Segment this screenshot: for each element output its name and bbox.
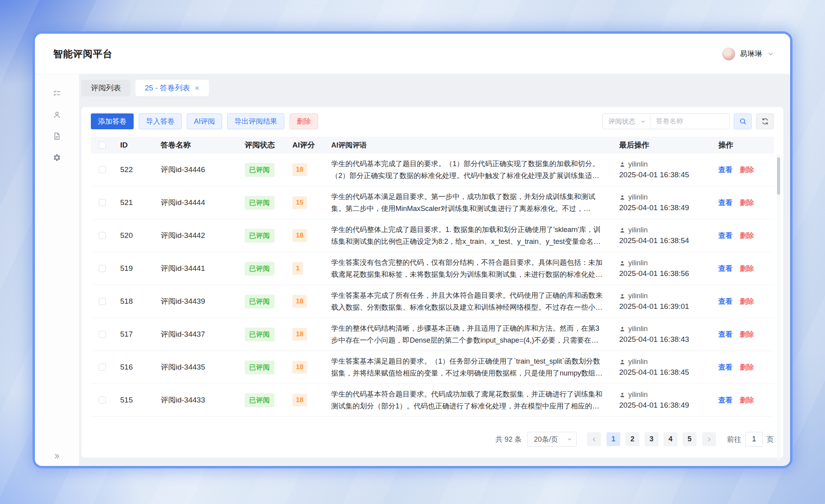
view-link[interactable]: 查看 (718, 165, 733, 174)
score-badge: 18 (292, 394, 307, 406)
delete-link[interactable]: 删除 (740, 297, 754, 306)
view-link[interactable]: 查看 (718, 198, 733, 207)
operation-time: 2025-04-01 16:38:54 (619, 236, 689, 245)
user-name: 易琳琳 (740, 49, 762, 59)
add-answer-button[interactable]: 添加答卷 (91, 113, 134, 129)
sidebar-item-review-list[interactable] (53, 89, 61, 98)
delete-link[interactable]: 删除 (740, 198, 754, 207)
settings-icon (53, 153, 61, 162)
header-last-op: 最后操作 (619, 140, 718, 150)
operation-time: 2025-04-01 16:38:45 (619, 171, 689, 179)
last-operation: yilinlin 2025-04-01 16:38:45 (619, 358, 718, 377)
view-link[interactable]: 查看 (718, 231, 733, 240)
delete-link[interactable]: 删除 (740, 264, 754, 273)
delete-link[interactable]: 删除 (740, 330, 754, 339)
ai-review-button[interactable]: AI评阅 (187, 113, 222, 129)
avatar[interactable] (722, 48, 735, 60)
row-checkbox[interactable] (99, 232, 106, 239)
sidebar-item-settings[interactable] (53, 153, 61, 162)
page-size-select[interactable]: 20条/页 (527, 432, 577, 447)
operator-name: yilinlin (628, 391, 648, 399)
view-link[interactable]: 查看 (718, 362, 733, 372)
last-operation: yilinlin 2025-04-01 16:38:54 (619, 226, 718, 245)
search-button[interactable] (734, 113, 752, 129)
page-button-3[interactable]: 3 (645, 432, 658, 446)
row-checkbox[interactable] (99, 331, 106, 338)
user-icon (619, 260, 625, 266)
row-checkbox[interactable] (99, 397, 106, 404)
header-status: 评阅状态 (234, 140, 282, 150)
score-badge: 18 (292, 328, 307, 341)
review-status-select[interactable]: 评阅状态 (603, 114, 650, 129)
row-name: 评阅id-34442 (150, 230, 234, 241)
row-checkbox[interactable] (99, 199, 106, 206)
status-badge: 已评阅 (245, 163, 274, 177)
user-icon (619, 161, 625, 168)
export-results-button[interactable]: 导出评阅结果 (227, 113, 284, 129)
refresh-icon (761, 117, 769, 125)
table-scrollbar (777, 154, 780, 460)
refresh-button[interactable] (756, 113, 774, 129)
row-checkbox[interactable] (99, 298, 106, 305)
answer-name-input[interactable] (650, 114, 729, 129)
status-badge: 已评阅 (245, 328, 274, 341)
chevron-left-icon (591, 437, 597, 442)
row-checkbox[interactable] (99, 265, 106, 272)
scrollbar-thumb[interactable] (777, 157, 780, 195)
view-link[interactable]: 查看 (718, 395, 733, 405)
operation-time: 2025-04-01 16:38:43 (619, 335, 689, 344)
content-card: 添加答卷 导入答卷 AI评阅 导出评阅结果 删除 评阅状态 (81, 107, 783, 458)
import-answer-button[interactable]: 导入答卷 (139, 113, 182, 129)
delete-link[interactable]: 删除 (740, 362, 754, 372)
tab-answer-sheet-list[interactable]: 25 - 答卷列表 × (135, 80, 209, 96)
sidebar-item-documents[interactable] (53, 132, 61, 140)
goto-unit-label: 页 (767, 435, 774, 444)
delete-link[interactable]: 删除 (740, 395, 754, 405)
row-name: 评阅id-34446 (150, 165, 234, 175)
operation-time: 2025-04-01 16:38:49 (619, 401, 689, 410)
header-score: AI评分 (282, 140, 326, 150)
row-comment: 学生的代码基本完成了题目的要求。（1）部分代码正确实现了数据集的加载和切分。（2… (326, 158, 619, 182)
delete-link[interactable]: 删除 (740, 165, 754, 174)
view-link[interactable]: 查看 (718, 264, 733, 273)
total-count: 共 92 条 (495, 435, 522, 444)
status-badge: 已评阅 (245, 295, 274, 309)
delete-button[interactable]: 删除 (290, 113, 318, 129)
table-row: 521 评阅id-34444 已评阅 15 学生的代码基本满足题目要求。第一步中… (91, 186, 774, 219)
page-button-5[interactable]: 5 (683, 432, 696, 446)
user-menu[interactable]: 易琳琳 (722, 48, 774, 60)
tab-review-list[interactable]: 评阅列表 (81, 80, 130, 96)
sidebar-item-users[interactable] (53, 111, 61, 119)
row-id: 517 (114, 330, 150, 339)
score-badge: 18 (292, 295, 307, 308)
row-checkbox[interactable] (99, 364, 106, 371)
last-operation: yilinlin 2025-04-01 16:39:01 (619, 292, 718, 311)
document-icon (53, 132, 61, 140)
delete-link[interactable]: 删除 (740, 231, 754, 240)
page-button-2[interactable]: 2 (625, 432, 639, 446)
double-chevron-right-icon (53, 452, 61, 460)
user-icon (619, 392, 625, 398)
row-id: 519 (114, 264, 150, 273)
row-comment: 学生的整体代码结构清晰，步骤基本正确，并且适用了正确的库和方法。然而，在第3步中… (326, 322, 619, 346)
row-checkbox[interactable] (99, 166, 106, 173)
status-badge: 已评阅 (245, 393, 274, 407)
table-row: 522 评阅id-34446 已评阅 18 学生的代码基本完成了题目的要求。（1… (91, 153, 774, 186)
status-badge: 已评阅 (245, 360, 274, 374)
user-icon (619, 194, 625, 201)
close-icon[interactable]: × (195, 84, 200, 92)
prev-page-button[interactable] (587, 432, 601, 446)
sidebar-collapse-toggle[interactable] (35, 452, 79, 460)
score-badge: 15 (292, 196, 307, 209)
view-link[interactable]: 查看 (718, 297, 733, 306)
operator-name: yilinlin (628, 160, 648, 169)
row-name: 评阅id-34433 (150, 395, 234, 405)
row-name: 评阅id-34441 (150, 263, 234, 274)
goto-page-input[interactable] (745, 432, 763, 447)
select-all-checkbox[interactable] (99, 142, 106, 149)
page-button-1[interactable]: 1 (606, 432, 620, 446)
view-link[interactable]: 查看 (718, 330, 733, 339)
goto-label: 前往 (727, 435, 741, 444)
page-button-4[interactable]: 4 (664, 432, 677, 446)
next-page-button[interactable] (702, 432, 716, 446)
